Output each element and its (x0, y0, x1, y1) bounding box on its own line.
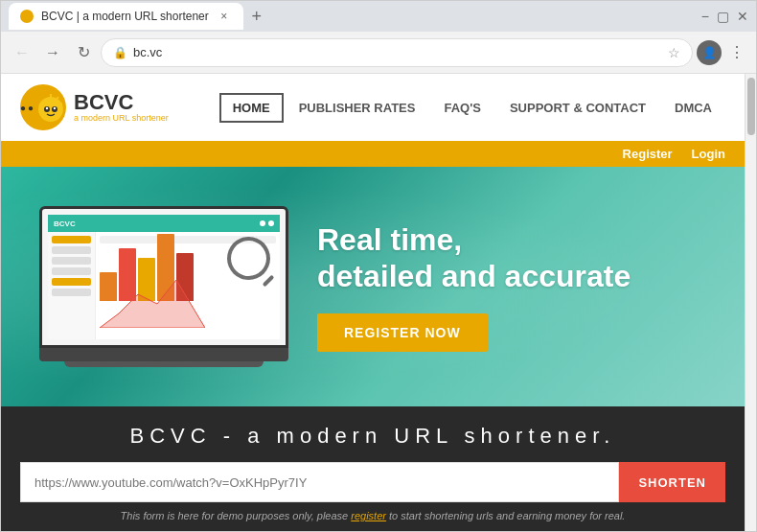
nav-links: HOME PUBLISHER RATES FAQ'S SUPPORT & CON… (219, 93, 725, 123)
maximize-button[interactable]: ▢ (717, 9, 729, 24)
svg-point-7 (54, 107, 56, 109)
page-area: BCVC a modern URL shortener HOME PUBLISH… (1, 74, 756, 531)
screen-header: BCVC (48, 215, 280, 232)
register-link[interactable]: Register (623, 147, 673, 161)
nav-home[interactable]: HOME (219, 93, 284, 123)
url-text: bc.vc (133, 45, 662, 59)
hero-title: Real time, detailed and accurate (317, 221, 706, 295)
scrollbar-thumb[interactable] (747, 78, 755, 135)
browser-controls: ← → ↻ 🔒 bc.vc ☆ 👤 ⋮ (1, 32, 756, 74)
bottom-section: BCVC - a modern URL shortener. SHORTEN T… (1, 406, 745, 531)
close-window-button[interactable]: ✕ (737, 9, 748, 24)
screen-sidebar (48, 232, 96, 339)
register-now-button[interactable]: REGISTER NOW (317, 313, 488, 352)
hero-text: Real time, detailed and accurate REGISTE… (317, 221, 706, 353)
sidebar-item-6 (52, 289, 91, 296)
screen-content (48, 232, 280, 339)
area-chart (100, 275, 205, 328)
svg-line-3 (59, 104, 62, 104)
url-form: SHORTEN (20, 462, 725, 502)
demo-notice-prefix: This form is here for demo purposes only… (121, 510, 352, 521)
nav-publisher-rates[interactable]: PUBLISHER RATES (286, 93, 429, 123)
forward-button[interactable]: → (39, 39, 66, 66)
sidebar-item-4 (52, 267, 91, 275)
page-content: BCVC a modern URL shortener HOME PUBLISH… (1, 74, 745, 531)
nav-dmca[interactable]: DMCA (661, 93, 725, 123)
address-bar[interactable]: 🔒 bc.vc ☆ (101, 38, 693, 67)
logo-subtitle: a modern URL shortener (74, 113, 169, 123)
sidebar-item-5 (52, 278, 91, 286)
shorten-button[interactable]: SHORTEN (619, 462, 725, 502)
demo-notice-suffix: to start shortening urls and earning mon… (386, 510, 625, 521)
auth-bar: Register Login (1, 141, 745, 167)
bookmark-icon[interactable]: ☆ (668, 45, 680, 60)
browser-menu-button[interactable]: ⋮ (725, 39, 748, 65)
browser-scrollbar[interactable] (745, 74, 756, 531)
logo-icon (20, 84, 66, 130)
svg-point-0 (38, 97, 63, 122)
account-button[interactable]: 👤 (697, 40, 722, 65)
sidebar-item-1 (52, 236, 91, 243)
demo-notice: This form is here for demo purposes only… (20, 510, 725, 521)
laptop-base (39, 348, 288, 361)
svg-marker-8 (100, 280, 205, 328)
hero-title-line2: detailed and accurate (317, 259, 631, 293)
tab-title: BCVC | a modern URL shortener (41, 10, 209, 23)
laptop-mockup: BCVC (39, 206, 288, 367)
back-button[interactable]: ← (9, 39, 35, 66)
logo-area: BCVC a modern URL shortener (20, 84, 219, 130)
tab-favicon (20, 10, 34, 23)
screen-main (96, 232, 280, 339)
logo-text: BCVC a modern URL shortener (74, 92, 169, 123)
bottom-title: BCVC - a modern URL shortener. (20, 424, 725, 449)
magnifier-icon (227, 237, 270, 280)
browser-titlebar: BCVC | a modern URL shortener × + − ▢ ✕ (1, 1, 756, 32)
screen-inner: BCVC (48, 215, 280, 339)
new-tab-button[interactable]: + (243, 3, 270, 30)
screen-logo-text: BCVC (54, 220, 76, 228)
hero-title-line1: Real time, (317, 222, 462, 257)
refresh-button[interactable]: ↻ (70, 39, 97, 66)
laptop-foot (64, 361, 264, 367)
minimize-button[interactable]: − (701, 9, 709, 24)
nav-faqs[interactable]: FAQ'S (430, 93, 494, 123)
browser-tab[interactable]: BCVC | a modern URL shortener × (9, 3, 243, 30)
tab-close-button[interactable]: × (217, 9, 232, 24)
lock-icon: 🔒 (113, 46, 127, 59)
sidebar-item-3 (52, 257, 91, 265)
demo-register-link[interactable]: register (351, 510, 386, 521)
svg-point-6 (46, 107, 48, 109)
hero-section: BCVC (1, 167, 745, 406)
url-input[interactable] (20, 462, 619, 502)
browser-frame: BCVC | a modern URL shortener × + − ▢ ✕ … (0, 0, 757, 532)
login-link[interactable]: Login (692, 147, 725, 161)
sidebar-item-2 (52, 246, 91, 254)
logo-svg (35, 92, 66, 123)
website: BCVC a modern URL shortener HOME PUBLISH… (1, 74, 745, 531)
nav-support-contact[interactable]: SUPPORT & CONTACT (496, 93, 659, 123)
top-nav: BCVC a modern URL shortener HOME PUBLISH… (1, 74, 745, 141)
logo-title: BCVC (74, 92, 169, 113)
laptop-screen: BCVC (39, 206, 288, 348)
